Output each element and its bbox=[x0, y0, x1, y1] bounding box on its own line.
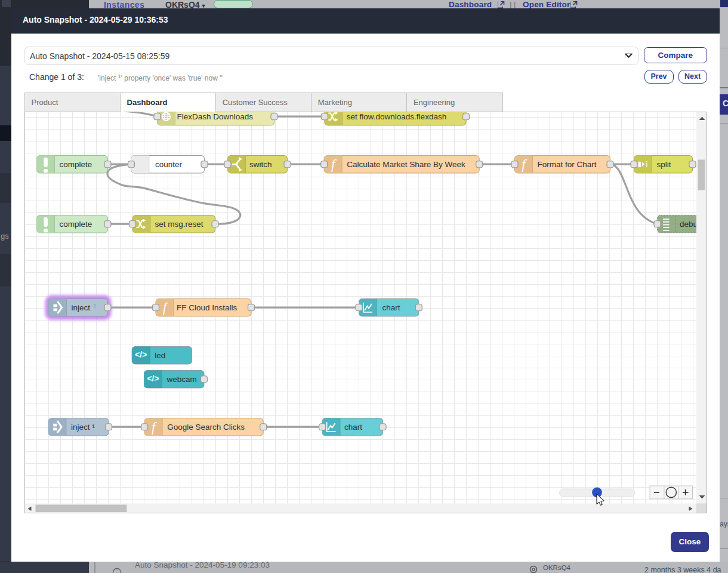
svg-text:Calculate Market Share By Week: Calculate Market Share By Week bbox=[347, 160, 465, 169]
svg-text:set flow.downloads.flexdash: set flow.downloads.flexdash bbox=[346, 112, 446, 121]
svg-text:1: 1 bbox=[93, 303, 96, 309]
svg-text:complete: complete bbox=[59, 160, 92, 169]
svg-text:switch: switch bbox=[249, 160, 272, 169]
svg-text:</>: </> bbox=[147, 374, 159, 383]
svg-text:complete: complete bbox=[59, 220, 92, 229]
svg-text:chart: chart bbox=[382, 303, 400, 312]
svg-text:Google Search Clicks: Google Search Clicks bbox=[167, 423, 245, 432]
svg-text:chart: chart bbox=[344, 423, 362, 432]
svg-text:inject: inject bbox=[71, 303, 90, 312]
svg-text:FF Cloud Installs: FF Cloud Installs bbox=[177, 303, 237, 312]
svg-text:split: split bbox=[656, 160, 671, 169]
svg-text:inject ¹: inject ¹ bbox=[71, 423, 95, 432]
svg-text:Format for Chart: Format for Chart bbox=[537, 160, 596, 169]
svg-text:led: led bbox=[155, 351, 165, 360]
svg-text:</>: </> bbox=[135, 350, 147, 359]
svg-text:set msg.reset: set msg.reset bbox=[155, 220, 203, 229]
svg-text:counter: counter bbox=[155, 160, 183, 169]
svg-text:FlexDash Downloads: FlexDash Downloads bbox=[177, 112, 253, 121]
svg-text:webcam: webcam bbox=[166, 375, 196, 384]
